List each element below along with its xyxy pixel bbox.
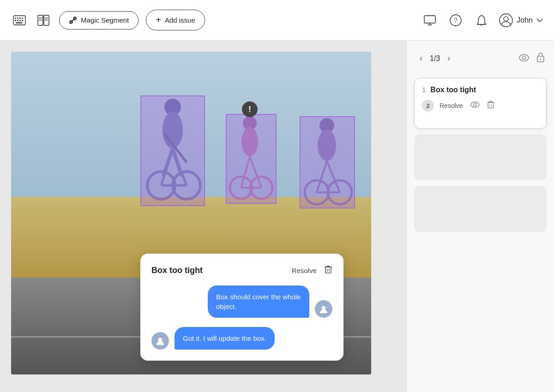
avatar-1 [315, 300, 332, 318]
magic-segment-button[interactable]: Magic Segment [59, 11, 138, 30]
issue-1-number: 1 [422, 86, 426, 94]
issue-card-2 [414, 134, 547, 180]
issue-1-eye-button[interactable] [470, 101, 480, 110]
svg-rect-4 [22, 18, 23, 19]
chat-message-1: Box should cover the whole object. [151, 285, 332, 318]
popup-delete-button[interactable] [324, 265, 332, 276]
eye-icon-button[interactable] [519, 53, 529, 64]
svg-point-59 [519, 54, 529, 61]
add-issue-button[interactable]: + Add issue [146, 10, 205, 30]
popup-actions: Resolve [292, 265, 332, 276]
svg-rect-5 [15, 20, 16, 21]
main-layout: ! [0, 41, 554, 392]
svg-rect-65 [488, 102, 494, 108]
svg-point-48 [318, 130, 336, 161]
nav-arrows: ‹ 1/3 › [416, 52, 454, 65]
popup-resolve-button[interactable]: Resolve [292, 267, 317, 274]
svg-line-38 [161, 148, 173, 185]
message-bubble-2: Got it. I will update the box. [175, 327, 275, 350]
avatar-2 [151, 332, 169, 350]
issue-popup: Box too tight Resolve Box should cover t… [140, 254, 343, 361]
svg-line-53 [317, 161, 327, 192]
svg-point-63 [471, 102, 479, 107]
issue-1-resolve-button[interactable]: Resolve [440, 102, 463, 109]
canvas-area[interactable]: ! [0, 41, 406, 392]
message-bubble-1: Box should cover the whole object. [208, 285, 309, 318]
svg-rect-2 [17, 18, 18, 19]
svg-point-41 [241, 127, 258, 156]
svg-line-46 [241, 156, 250, 188]
svg-rect-6 [17, 20, 18, 21]
chat-area: Box should cover the whole object. Got i… [151, 285, 332, 350]
user-menu-button[interactable]: John [499, 13, 543, 27]
svg-rect-22 [424, 16, 435, 23]
header-right: ? John [422, 12, 543, 29]
popup-header: Box too tight Resolve [151, 265, 332, 276]
book-icon-button[interactable] [35, 12, 52, 29]
header: Magic Segment + Add issue ? John [0, 0, 554, 41]
header-left: Magic Segment + Add issue [11, 10, 414, 30]
add-issue-label: Add issue [165, 16, 195, 24]
svg-rect-3 [19, 18, 21, 19]
issue-card-1[interactable]: 1 Box too tight 2 Resolve [414, 78, 547, 129]
svg-point-60 [523, 56, 526, 59]
next-arrow-button[interactable]: › [444, 52, 454, 65]
popup-title: Box too tight [151, 266, 203, 275]
svg-rect-7 [19, 20, 21, 21]
sidebar-icon-buttons [519, 52, 545, 65]
svg-rect-9 [16, 22, 22, 24]
issue-1-title: Box too tight [430, 86, 476, 94]
plus-icon: + [156, 15, 161, 25]
svg-point-29 [504, 17, 508, 21]
user-name: John [517, 16, 533, 24]
notification-icon-button[interactable] [473, 12, 490, 29]
lock-icon-button[interactable] [536, 52, 545, 65]
keyboard-icon-button[interactable] [11, 12, 28, 29]
svg-point-62 [540, 59, 542, 60]
svg-rect-54 [325, 267, 331, 273]
issue-card-1-footer: 2 Resolve [422, 100, 539, 112]
chat-message-2: Got it. I will update the box. [151, 327, 332, 350]
issue-card-3 [414, 186, 547, 232]
sidebar-navigation: ‹ 1/3 › [414, 48, 547, 72]
svg-line-19 [70, 17, 76, 24]
issue-1-delete-button[interactable] [487, 101, 494, 111]
monitor-icon-button[interactable] [422, 12, 438, 29]
svg-text:?: ? [454, 17, 458, 24]
svg-rect-8 [22, 20, 23, 21]
right-sidebar: ‹ 1/3 › 1 Box too tight 2 Resolve [406, 41, 554, 392]
alert-icon[interactable]: ! [242, 101, 258, 117]
prev-arrow-button[interactable]: ‹ [416, 52, 426, 65]
magic-segment-label: Magic Segment [81, 16, 129, 24]
page-indicator: 1/3 [430, 54, 440, 63]
svg-rect-1 [15, 18, 16, 19]
issue-1-badge: 2 [422, 100, 434, 112]
issue-card-1-header: 1 Box too tight [422, 86, 539, 94]
svg-point-64 [474, 103, 476, 106]
help-icon-button[interactable]: ? [447, 12, 464, 29]
image-canvas: ! [11, 52, 371, 374]
